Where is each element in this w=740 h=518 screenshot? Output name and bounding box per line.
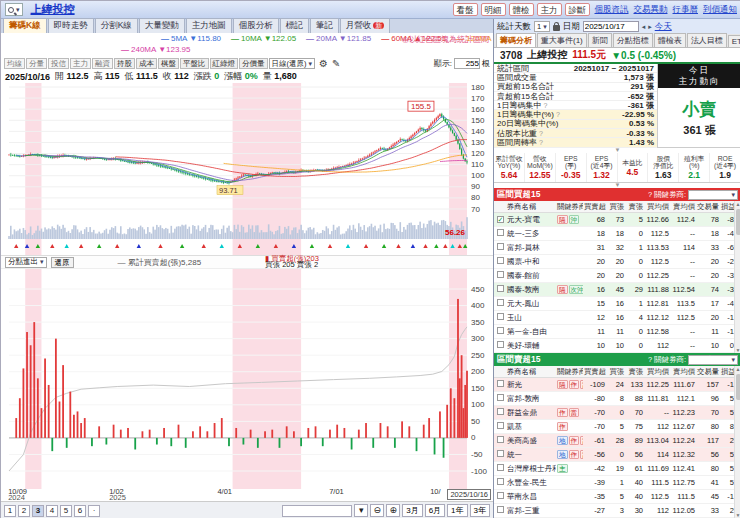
analysis-tab-4[interactable]: 體檢表	[654, 33, 686, 47]
chart-tool-3[interactable]: 主力	[70, 58, 91, 69]
help-icon[interactable]: ?	[539, 130, 543, 137]
analysis-tab-5[interactable]: 法人目標	[687, 33, 727, 47]
page-button-1[interactable]: 1	[4, 505, 16, 517]
table-row[interactable]: 富邦-員林31321113.5311433-6	[494, 241, 740, 255]
row-checkbox[interactable]	[497, 436, 504, 443]
gear-icon[interactable]: ⚙	[319, 58, 328, 69]
period-button-2[interactable]: 1年	[447, 504, 467, 517]
table-row[interactable]: 元大-鳳山15161112.81113.517-4	[494, 297, 740, 311]
panel-link-1[interactable]: 交易異動	[634, 4, 668, 16]
analysis-tab-0[interactable]: 籌碼分析	[496, 33, 536, 47]
panel-link-2[interactable]: 行事曆	[673, 4, 699, 16]
table-row[interactable]: 國票-中和20200112.5--20-2	[494, 255, 740, 269]
row-checkbox[interactable]	[497, 229, 504, 236]
scroll-down-icon[interactable]: ▼	[736, 512, 740, 518]
prev-day-button[interactable]: ◂	[642, 23, 646, 31]
row-checkbox[interactable]	[497, 506, 504, 513]
period-button-3[interactable]: 3年	[470, 504, 490, 517]
analysis-tab-2[interactable]: 新聞	[588, 33, 612, 47]
days-select[interactable]: 1▾	[534, 21, 550, 32]
chart-tool-4[interactable]: 融資	[92, 58, 113, 69]
chart-tool-9[interactable]: 紅綠燈	[210, 58, 239, 69]
panel-link-0[interactable]: 個股資訊	[595, 4, 629, 16]
scroll-thumb[interactable]	[736, 374, 740, 400]
col-header-3[interactable]: 買張	[606, 367, 625, 377]
chart-tool-8[interactable]: 平盤比	[180, 58, 209, 69]
row-checkbox[interactable]	[497, 422, 504, 429]
row-checkbox[interactable]	[497, 299, 504, 306]
row-checkbox[interactable]	[497, 478, 504, 485]
col-header-2[interactable]: 買賣超	[583, 202, 606, 212]
row-checkbox[interactable]	[497, 492, 504, 499]
stock-tab-5[interactable]: 個股分析	[233, 18, 279, 33]
panel-button-2[interactable]: 體檢	[509, 3, 534, 16]
panel-button-4[interactable]: 診斷	[565, 3, 590, 16]
analysis-tab-6[interactable]: ETF	[728, 35, 740, 47]
stock-tab-3[interactable]: 大量變動	[139, 18, 185, 33]
chart-tool-7[interactable]: 棋盤	[158, 58, 179, 69]
col-header-3[interactable]: 買張	[606, 202, 625, 212]
table-row[interactable]: 美好-環輔10100112--100	[494, 339, 740, 353]
chart-tool-2[interactable]: 投信	[48, 58, 69, 69]
stock-tab-6[interactable]: 標記	[280, 18, 309, 33]
scroll-up-icon[interactable]: ▲	[736, 366, 740, 372]
help-icon[interactable]: ?	[648, 355, 652, 364]
analysis-tab-1[interactable]: 重大事件(1)	[537, 33, 587, 47]
col-header-1[interactable]: 關鍵券商	[556, 367, 583, 377]
col-header-8[interactable]: 損益(萬)	[720, 202, 735, 212]
table-row[interactable]: 玉山12164112.12112.520-1	[494, 311, 740, 325]
table-row[interactable]: 統一地作當-56056114112.32565	[494, 448, 740, 462]
chart-tool-1[interactable]: 分量	[26, 58, 47, 69]
table-row[interactable]: 凱基作-70575112112.67808	[494, 420, 740, 434]
scrollbar[interactable]: ▲▼	[734, 201, 740, 353]
page-button-6[interactable]: 6	[74, 505, 86, 517]
table-row[interactable]: 新光隔作當-10924133112.25111.67157-1	[494, 378, 740, 392]
chart-tool-6[interactable]: 成本	[136, 58, 157, 69]
table-row[interactable]: 國泰-館前20200112.25--20-3	[494, 269, 740, 283]
stock-tab-0[interactable]: 籌碼K線	[3, 18, 47, 33]
table-row[interactable]: 華南永昌-35540112.5111.545-1	[494, 490, 740, 504]
row-checkbox[interactable]	[497, 341, 504, 348]
page-button-2[interactable]: 2	[18, 505, 30, 517]
restore-button[interactable]: 還原	[51, 257, 74, 268]
row-checkbox[interactable]	[497, 327, 504, 334]
table-row[interactable]: 富邦-敦南-80888111.81112.1965	[494, 392, 740, 406]
row-checkbox[interactable]	[497, 394, 504, 401]
col-header-6[interactable]: 賣均價	[670, 367, 696, 377]
chart-tool-5[interactable]: 持股	[114, 58, 135, 69]
col-header-6[interactable]: 賣均價	[670, 202, 696, 212]
period-select[interactable]: 日線(還原)▾	[269, 58, 316, 69]
row-checkbox[interactable]	[497, 271, 504, 278]
table-row[interactable]: 國泰-敦南隔次沖164529111.88112.5474-3	[494, 283, 740, 297]
table-row[interactable]: 富邦-三重-27330112112.05332	[494, 504, 740, 518]
table-row[interactable]: 第一金-自由11110112.58--11-1	[494, 325, 740, 339]
period-button-1[interactable]: 6月	[425, 504, 445, 517]
help-icon[interactable]: ?	[556, 111, 560, 118]
flow-indicator-select[interactable]: 分點進出▾	[5, 257, 47, 268]
row-checkbox[interactable]	[497, 257, 504, 264]
help-icon[interactable]: ?	[543, 102, 547, 109]
col-header-5[interactable]: 買均價	[644, 202, 670, 212]
stock-tab-2[interactable]: 分割K線	[95, 18, 138, 33]
panel-button-0[interactable]: 看盤	[453, 3, 478, 16]
table-row[interactable]: 永豐金-民生-39140111.5112.75415	[494, 476, 740, 490]
table-row[interactable]: ✓元大-寶電隔沖68735112.66112.478-8	[494, 213, 740, 227]
table-row[interactable]: 群益金鼎作當-70070--112.23705	[494, 406, 740, 420]
page-button-·[interactable]: ·	[88, 505, 100, 517]
row-checkbox[interactable]	[497, 380, 504, 387]
flow-chart[interactable]: 450400350300250200150100500-50-100	[1, 269, 493, 489]
col-header-4[interactable]: 賣張	[625, 367, 644, 377]
scrollbar[interactable]: ▲▼	[734, 366, 740, 518]
range-input[interactable]	[282, 505, 352, 517]
stock-search-box[interactable]: ▾	[5, 3, 23, 16]
price-chart[interactable]: 180170160150140130120110100908070155.593…	[1, 83, 493, 255]
row-checkbox[interactable]: ✓	[497, 216, 504, 223]
row-checkbox[interactable]	[497, 313, 504, 320]
today-link[interactable]: 今天	[655, 21, 672, 33]
stock-title-link[interactable]: 上緯投控	[31, 2, 75, 17]
col-header-0[interactable]: 券商名稱	[506, 202, 556, 212]
table-row[interactable]: 美商高盛地作當-612889113.04112.241172	[494, 434, 740, 448]
table-row[interactable]: 統一-三多18180112.5--18-4	[494, 227, 740, 241]
col-header-1[interactable]: 關鍵券商	[556, 202, 583, 212]
page-button-3[interactable]: 3	[32, 505, 44, 517]
